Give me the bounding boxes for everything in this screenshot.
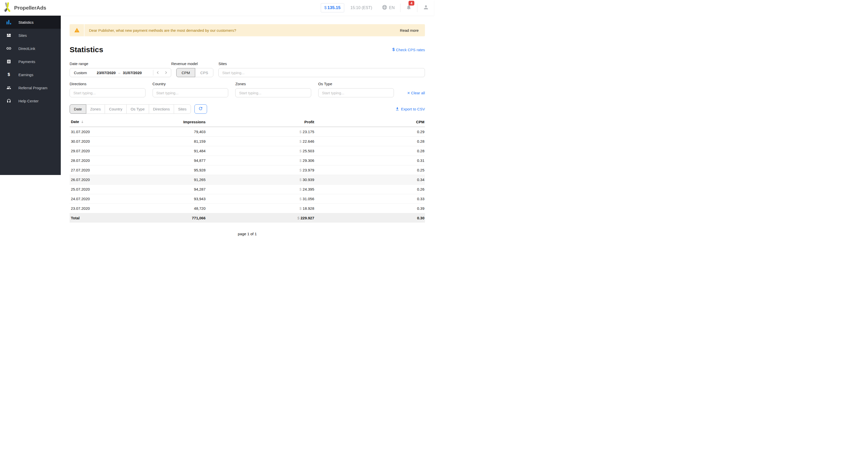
directions-filter-group: Directions: [70, 82, 146, 97]
currency-prefix: $: [300, 178, 303, 182]
next-period-button[interactable]: [164, 71, 168, 75]
tab-zones[interactable]: Zones: [86, 104, 105, 114]
warning-icon: [70, 24, 84, 36]
profit-cell: $ 30.939: [206, 175, 315, 184]
close-icon: [407, 91, 410, 95]
table-row: 28.07.202094,877$ 29.3060.31: [70, 156, 425, 165]
sidebar-item-label: DirectLink: [19, 46, 35, 51]
language-switcher[interactable]: EN: [382, 4, 395, 11]
sidebar-item-statistics[interactable]: Statistics: [0, 15, 61, 29]
tab-os-type[interactable]: Os Type: [126, 104, 149, 114]
profit-cell: $ 23.175: [206, 127, 315, 136]
sidebar-item-payments[interactable]: Payments: [0, 55, 61, 68]
refresh-icon: [198, 106, 203, 112]
dollar-icon: [6, 72, 11, 77]
sidebar-item-label: Referral Program: [19, 86, 48, 90]
currency-prefix: $: [300, 158, 303, 163]
sidebar-nav: Statistics Sites DirectLink Payments Ear…: [0, 15, 61, 175]
date-cell: 25.07.2020: [70, 184, 138, 194]
check-cps-rates-link[interactable]: $ Check CPS rates: [393, 48, 425, 52]
sidebar-item-earnings[interactable]: Earnings: [0, 68, 61, 81]
prev-period-button[interactable]: [156, 71, 160, 75]
date-range-picker[interactable]: Custom 23/07/2020 – 31/07/2020: [70, 68, 171, 77]
currency-prefix: $: [300, 168, 303, 172]
tab-directions[interactable]: Directions: [149, 104, 174, 114]
table-row: 31.07.202079,403$ 23.1750.29: [70, 127, 425, 136]
table-row: 30.07.202081,159$ 22.6460.28: [70, 136, 425, 146]
date-range-label: Date range: [70, 62, 171, 66]
sites-filter-group: Sites: [218, 62, 425, 77]
tab-date[interactable]: Date: [70, 104, 86, 114]
profit-cell: $ 31.056: [206, 194, 315, 203]
date-to: 31/07/2020: [123, 71, 142, 75]
revenue-model-cpm-button[interactable]: CPM: [176, 68, 195, 77]
cpm-cell: 0.26: [315, 184, 425, 194]
sites-input[interactable]: [218, 68, 425, 77]
date-range-values[interactable]: 23/07/2020 – 31/07/2020: [97, 71, 142, 75]
sidebar-item-sites[interactable]: Sites: [0, 29, 61, 42]
read-more-link[interactable]: Read more: [400, 28, 418, 33]
sidebar-item-label: Help Center: [19, 99, 39, 103]
tab-sites[interactable]: Sites: [174, 104, 191, 114]
cpm-cell: 0.28: [315, 146, 425, 156]
sidebar-item-label: Statistics: [19, 20, 34, 25]
column-header-impressions[interactable]: Impressions: [138, 117, 206, 127]
server-time: 15:10 (EST): [350, 5, 372, 10]
cpm-cell: 0.28: [315, 136, 425, 146]
country-label: Country: [153, 82, 228, 86]
profile-button[interactable]: [423, 4, 429, 11]
receipt-icon: [6, 59, 11, 64]
sidebar-item-directlink[interactable]: DirectLink: [0, 42, 61, 55]
column-header-date[interactable]: Date: [70, 117, 138, 127]
dollar-icon: $: [393, 48, 395, 52]
date-cell: 23.07.2020: [70, 203, 138, 213]
currency-prefix: $: [300, 187, 303, 191]
currency-prefix: $: [300, 206, 303, 211]
sidebar-item-help-center[interactable]: Help Center: [0, 94, 61, 107]
column-header-profit[interactable]: Profit: [206, 117, 315, 127]
profit-cell: $ 22.646: [206, 136, 315, 146]
impressions-cell: 94,287: [138, 184, 206, 194]
currency-prefix: $: [297, 216, 301, 220]
brand-name: PropellerAds: [14, 5, 46, 11]
brand-logo[interactable]: PropellerAds: [2, 2, 46, 13]
export-to-csv-link[interactable]: Export to CSV: [395, 107, 425, 112]
header-actions: $135.15 15:10 (EST) EN 4: [321, 3, 431, 12]
language-code: EN: [389, 5, 395, 10]
bell-icon: [406, 7, 411, 11]
directions-input[interactable]: [70, 88, 146, 97]
profit-cell: $ 229.927: [206, 213, 315, 223]
date-range-group: Date range Custom 23/07/2020 – 31/07/202…: [70, 62, 171, 77]
export-to-csv-label: Export to CSV: [401, 107, 425, 111]
sidebar-item-label: Sites: [19, 33, 27, 38]
bar-chart-icon: [6, 20, 11, 25]
cpm-cell: 0.25: [315, 165, 425, 175]
clear-all-button[interactable]: Clear all: [407, 91, 425, 95]
notifications-button[interactable]: 4: [406, 4, 411, 11]
country-input[interactable]: [153, 88, 228, 97]
cpm-cell: 0.30: [315, 213, 425, 223]
impressions-cell: 48,720: [138, 203, 206, 213]
revenue-model-cps-button[interactable]: CPS: [195, 68, 213, 77]
banner-divider: [84, 24, 85, 36]
revenue-model-label: Revenue model: [171, 62, 213, 66]
table-body: 31.07.202079,403$ 23.1750.2930.07.202081…: [70, 127, 425, 223]
tab-country[interactable]: Country: [105, 104, 127, 114]
table-row: 24.07.202093,943$ 31.0560.33: [70, 194, 425, 203]
revenue-model-toggle: CPM CPS: [176, 68, 213, 77]
total-label-cell: Total: [70, 213, 138, 223]
impressions-cell: 94,877: [138, 156, 206, 165]
currency-prefix: $: [300, 149, 303, 153]
zones-input[interactable]: [235, 88, 311, 97]
os-type-filter-group: Os Type: [318, 82, 394, 97]
impressions-cell: 91,484: [138, 146, 206, 156]
table-header-row: Date Impressions Profit CPM: [70, 117, 425, 127]
refresh-button[interactable]: [194, 104, 207, 114]
propeller-logo-icon: [2, 2, 12, 13]
column-header-cpm[interactable]: CPM: [315, 117, 425, 127]
sidebar-item-referral-program[interactable]: Referral Program: [0, 81, 61, 94]
balance-button[interactable]: $135.15: [321, 3, 344, 12]
os-type-input[interactable]: [318, 88, 394, 97]
currency-prefix: $: [300, 130, 303, 134]
date-range-preset[interactable]: Custom: [74, 71, 87, 75]
